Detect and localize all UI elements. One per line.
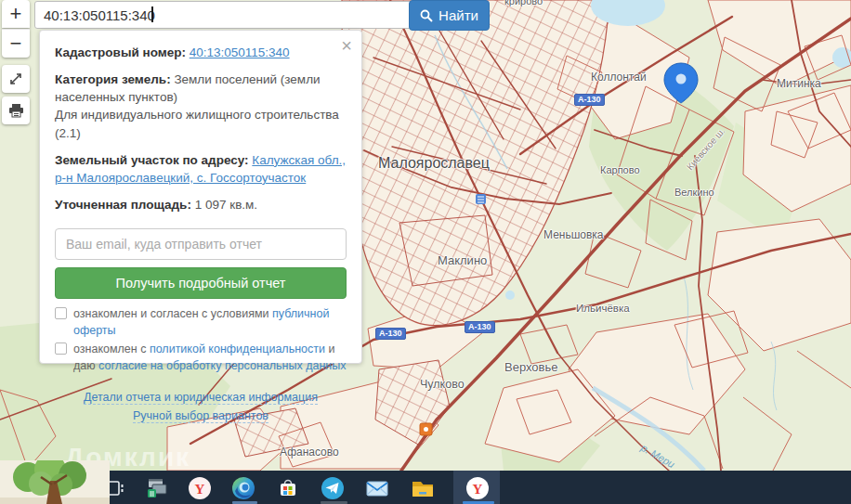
find-button[interactable]: Найти <box>409 0 490 31</box>
manual-selection-link[interactable]: Ручной выбор вариантов <box>133 409 268 423</box>
permitted-use-value: Для индивидуального жилищного строительс… <box>55 108 339 139</box>
edge-icon <box>231 476 255 500</box>
poi-blue-icon[interactable] <box>476 194 486 204</box>
edge-running-indicator <box>232 501 257 504</box>
offer-consent-checkbox[interactable] <box>55 307 67 319</box>
mail-icon <box>364 476 390 500</box>
explorer-button[interactable] <box>410 475 436 501</box>
cadastral-label: Кадастровый номер: <box>55 45 186 59</box>
yandex-browser-button[interactable]: Y <box>465 475 491 501</box>
offer-consent-row: ознакомлен и согласен с условиями публич… <box>55 306 347 339</box>
fullscreen-icon <box>8 71 23 86</box>
screenshot-app-icon <box>144 476 168 500</box>
taskbar: Y <box>0 471 851 504</box>
cadastral-number-link[interactable]: 40:13:050115:340 <box>190 45 290 59</box>
privacy-consent-checkbox[interactable] <box>55 342 67 355</box>
screen: крировоКоллонтайМитинкаМалоярославецКарп… <box>0 0 851 504</box>
svg-text:Y: Y <box>195 482 205 497</box>
address-label: Земельный участок по адресу: <box>55 153 249 167</box>
parcel-info-panel: × Кадастровый номер: 40:13:050115:340 Ка… <box>39 30 362 364</box>
print-icon <box>8 103 24 118</box>
yandex-icon: Y <box>188 476 212 500</box>
store-button[interactable] <box>275 475 301 501</box>
privacy-policy-link[interactable]: политикой конфиденциальности <box>150 342 325 355</box>
telegram-button[interactable] <box>320 475 346 501</box>
yandex-app-button[interactable]: Y <box>187 475 213 501</box>
zoom-in-button[interactable]: + <box>2 0 30 28</box>
cadastral-number-row: Кадастровый номер: 40:13:050115:340 <box>55 44 347 61</box>
tree-wallpaper <box>0 460 110 504</box>
land-category-row: Категория земель: Земли поселений (земли… <box>55 71 347 142</box>
personal-data-link[interactable]: согласие на обработку персональных данны… <box>98 359 346 372</box>
zoom-out-button[interactable]: − <box>2 29 30 58</box>
report-details-link[interactable]: Детали отчета и юридическая информация <box>84 391 318 405</box>
text-caret <box>151 6 153 22</box>
get-report-button[interactable]: Получить подробный отчет <box>55 267 347 299</box>
area-row: Уточненная площадь: 1 097 кв.м. <box>55 196 347 213</box>
screenshot-app-button[interactable] <box>143 475 169 501</box>
area-label: Уточненная площадь: <box>55 198 191 212</box>
poi-orange-icon[interactable] <box>420 423 432 435</box>
telegram-icon <box>321 476 345 500</box>
offer-consent-text: ознакомлен и согласен с условиями <box>73 307 269 320</box>
edge-button[interactable] <box>230 475 256 501</box>
yandex-browser-running-indicator <box>463 501 494 504</box>
explorer-icon <box>410 476 436 500</box>
privacy-consent-row: ознакомлен с политикой конфиденциальност… <box>55 342 347 374</box>
panel-footer-links: Детали отчета и юридическая информация Р… <box>55 389 347 425</box>
yandex-browser-icon: Y <box>465 476 490 500</box>
category-label: Категория земель: <box>55 72 171 86</box>
fullscreen-button[interactable] <box>2 65 30 93</box>
mail-button[interactable] <box>364 475 390 501</box>
search-icon <box>420 9 433 22</box>
svg-text:Y: Y <box>473 482 483 497</box>
address-row: Земельный участок по адресу: Калужская о… <box>55 151 347 187</box>
telegram-running-indicator <box>321 501 347 504</box>
privacy-consent-text-start: ознакомлен с <box>73 342 146 355</box>
find-button-label: Найти <box>439 7 478 23</box>
print-button[interactable] <box>2 97 30 124</box>
store-icon <box>276 476 300 500</box>
search-input[interactable] <box>34 1 423 29</box>
area-value: 1 097 кв.м. <box>195 198 257 212</box>
close-icon[interactable]: × <box>341 36 352 55</box>
email-field[interactable] <box>55 228 347 260</box>
